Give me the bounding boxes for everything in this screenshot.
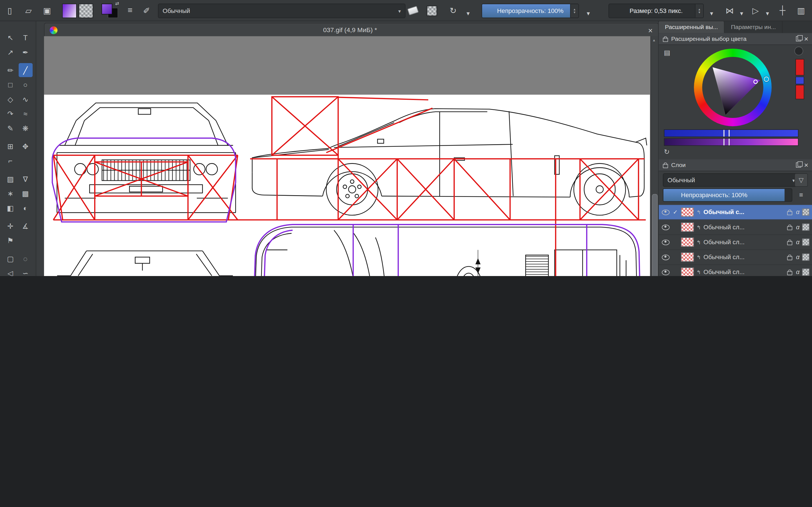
layer-opacity-slider[interactable]: Непрозрачность: 100% (663, 188, 792, 202)
scroll-up-icon[interactable]: ▴ (653, 38, 655, 43)
layer-filter-button[interactable]: ▽ (795, 173, 808, 187)
workspace-chooser-icon[interactable]: ▥ (795, 4, 808, 17)
layer-row[interactable]: ↰Обычный сл...α (659, 250, 812, 265)
visibility-icon[interactable] (662, 255, 670, 260)
ellipse-tool[interactable]: ○ (18, 78, 33, 92)
chevron-down-icon[interactable]: ▾ (464, 7, 472, 20)
eraser-mode-icon[interactable] (406, 4, 419, 17)
assistants-tool[interactable]: ✛ (3, 219, 17, 233)
lock-icon[interactable] (663, 164, 668, 168)
inherit-alpha-icon[interactable] (802, 269, 809, 276)
brush-editor-icon[interactable]: ✐ (140, 4, 153, 17)
fill-tool[interactable]: ◧ (3, 201, 17, 215)
rectangle-tool[interactable]: □ (3, 78, 17, 92)
new-document-icon[interactable]: ▯ (3, 4, 17, 17)
layer-row[interactable]: ↰Обычный сл...α (659, 235, 812, 250)
freehand-brush-tool[interactable]: ✏ (3, 63, 17, 77)
refresh-icon[interactable]: ↻ (664, 148, 670, 156)
line-tool[interactable]: ╱ (18, 63, 33, 77)
brush-settings-icon[interactable]: ≡ (123, 4, 137, 17)
hue-ring-indicator[interactable] (764, 76, 769, 82)
size-spinner[interactable]: ▴▾ (695, 4, 703, 18)
saturation-slider[interactable] (664, 138, 799, 146)
chevron-down-icon[interactable]: ▾ (707, 7, 716, 20)
layer-row[interactable]: ↰Обычный сл...α (659, 265, 812, 276)
tab-tool-options[interactable]: Параметры ин... (725, 20, 782, 33)
lock-icon[interactable] (787, 226, 792, 230)
transform-tool[interactable]: ⊞ (3, 139, 17, 153)
recent-color-swatch[interactable] (795, 85, 804, 99)
reload-preset-icon[interactable]: ↻ (446, 4, 460, 17)
bezier-curve-tool[interactable]: ↷ (3, 107, 17, 121)
smart-patch-tool[interactable]: ▩ (18, 186, 33, 200)
multibrush-tool[interactable]: ❋ (18, 121, 33, 135)
chevron-down-icon[interactable]: ▾ (738, 7, 746, 20)
document-tab-bar[interactable]: 037.gif (4,9 МиБ) * × (44, 23, 659, 37)
inherit-alpha-icon[interactable] (802, 238, 809, 246)
lock-icon[interactable] (787, 271, 792, 275)
edit-shapes-tool[interactable]: ↗ (3, 45, 17, 59)
hue-slider[interactable] (664, 129, 799, 137)
recent-color-swatch[interactable] (795, 76, 804, 84)
measure-tool[interactable]: ∡ (18, 219, 33, 233)
reference-images-tool[interactable]: ⚑ (3, 233, 17, 247)
text-tool[interactable]: T (18, 31, 33, 45)
layer-row[interactable]: ↰Обычный сл...α (659, 220, 812, 235)
layer-row[interactable]: ✓↰Обычный с...α (659, 205, 812, 220)
size-spinbox[interactable]: Размер: 0,53 пикс. ▴▾ (608, 4, 704, 18)
color-sampler-tool[interactable]: ∇ (18, 172, 33, 186)
mirror-vertical-icon[interactable]: ▷ (749, 4, 762, 17)
freehand-select-tool[interactable]: ∽ (18, 266, 33, 276)
alpha-icon[interactable]: α (796, 209, 800, 216)
visibility-icon[interactable] (662, 269, 670, 275)
alpha-icon[interactable]: α (796, 269, 800, 276)
float-docker-icon[interactable] (796, 36, 801, 41)
swap-colors-icon[interactable]: ⇄ (115, 1, 119, 6)
color-triangle[interactable] (694, 49, 772, 126)
visibility-icon[interactable] (662, 224, 670, 230)
preserve-alpha-icon[interactable] (426, 6, 437, 16)
color-history-swatch[interactable] (795, 47, 803, 55)
calligraphy-tool[interactable]: ✒ (18, 45, 33, 59)
visibility-icon[interactable] (662, 239, 670, 245)
alpha-icon[interactable]: α (796, 238, 800, 246)
crop-tool[interactable]: ⌐ (3, 154, 17, 168)
close-icon[interactable]: × (804, 161, 808, 169)
ellipse-select-tool[interactable]: ◌ (18, 251, 33, 266)
close-icon[interactable]: × (804, 35, 808, 43)
inherit-alpha-icon[interactable] (802, 253, 809, 261)
foreground-background-colors[interactable]: ⇄ (101, 3, 118, 18)
alpha-icon[interactable]: α (796, 223, 800, 231)
polyline-tool[interactable]: ∿ (18, 92, 33, 106)
recent-color-swatch[interactable] (795, 59, 804, 75)
lock-icon[interactable] (663, 38, 668, 42)
chevron-down-icon[interactable]: ▾ (584, 7, 592, 20)
chevron-down-icon[interactable]: ▾ (763, 7, 771, 20)
blend-mode-dropdown[interactable]: Обычный ▾ (663, 173, 800, 187)
canvas-vertical-scrollbar[interactable]: ▴ ▾ (651, 36, 658, 276)
lock-icon[interactable] (787, 211, 792, 215)
foreground-color[interactable] (101, 4, 112, 15)
canvas-area[interactable] (44, 36, 651, 276)
selector-shape-icon[interactable]: ▤ (664, 49, 670, 57)
opacity-spinbox[interactable]: Непрозрачность: 100% ▴▾ (481, 4, 579, 18)
move-tool[interactable]: ✥ (18, 139, 33, 153)
vertical-scroll-thumb[interactable] (652, 194, 658, 276)
gradient-tool[interactable]: ▨ (3, 172, 17, 186)
polygon-select-tool[interactable]: ◁ (3, 266, 17, 276)
dynamic-brush-tool[interactable]: ✎ (3, 121, 17, 135)
polygon-tool[interactable]: ◇ (3, 92, 17, 106)
tab-advanced-color-selector[interactable]: Расширенный вы... (659, 20, 725, 33)
brush-preset-dropdown[interactable]: Обычный ▾ (158, 4, 405, 18)
lock-icon[interactable] (787, 241, 792, 245)
freehand-path-tool[interactable]: ≈ (18, 107, 33, 121)
inherit-alpha-icon[interactable] (802, 209, 809, 216)
pattern-swatch[interactable] (79, 4, 93, 18)
rect-select-tool[interactable]: ▢ (3, 251, 17, 266)
open-document-icon[interactable]: ▱ (22, 4, 35, 17)
layer-options-button[interactable]: ≡ (795, 188, 807, 201)
opacity-spinner[interactable]: ▴▾ (570, 4, 578, 18)
float-docker-icon[interactable] (796, 163, 801, 168)
alpha-icon[interactable]: α (796, 253, 800, 261)
inherit-alpha-icon[interactable] (802, 223, 809, 231)
